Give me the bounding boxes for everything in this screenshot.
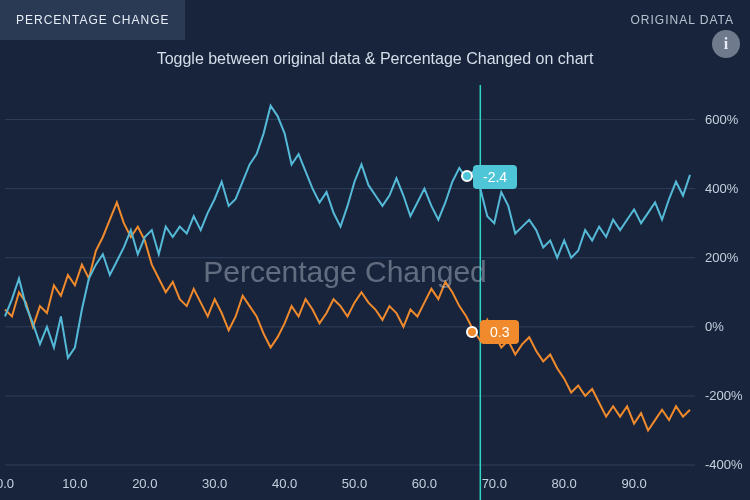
svg-text:600%: 600% <box>705 112 739 127</box>
svg-text:30.0: 30.0 <box>202 476 227 491</box>
svg-text:60.0: 60.0 <box>412 476 437 491</box>
svg-text:50.0: 50.0 <box>342 476 367 491</box>
svg-text:-200%: -200% <box>705 388 743 403</box>
series-marker-blue <box>461 170 473 182</box>
svg-text:0.0: 0.0 <box>0 476 14 491</box>
tooltip-blue: -2.4 <box>473 165 517 189</box>
svg-text:20.0: 20.0 <box>132 476 157 491</box>
series-marker-orange <box>466 326 478 338</box>
svg-text:200%: 200% <box>705 250 739 265</box>
svg-text:70.0: 70.0 <box>482 476 507 491</box>
svg-text:90.0: 90.0 <box>621 476 646 491</box>
svg-text:80.0: 80.0 <box>552 476 577 491</box>
svg-text:40.0: 40.0 <box>272 476 297 491</box>
chart-subtitle: Toggle between original data & Percentag… <box>0 50 750 68</box>
svg-text:400%: 400% <box>705 181 739 196</box>
svg-text:0%: 0% <box>705 319 724 334</box>
svg-text:10.0: 10.0 <box>62 476 87 491</box>
svg-text:-400%: -400% <box>705 457 743 472</box>
chart-canvas[interactable]: 600%400%200%0%-200%-400% 0.010.020.030.0… <box>0 75 750 500</box>
tooltip-orange: 0.3 <box>480 320 519 344</box>
tab-percentage-change[interactable]: PERCENTAGE CHANGE <box>0 0 185 40</box>
